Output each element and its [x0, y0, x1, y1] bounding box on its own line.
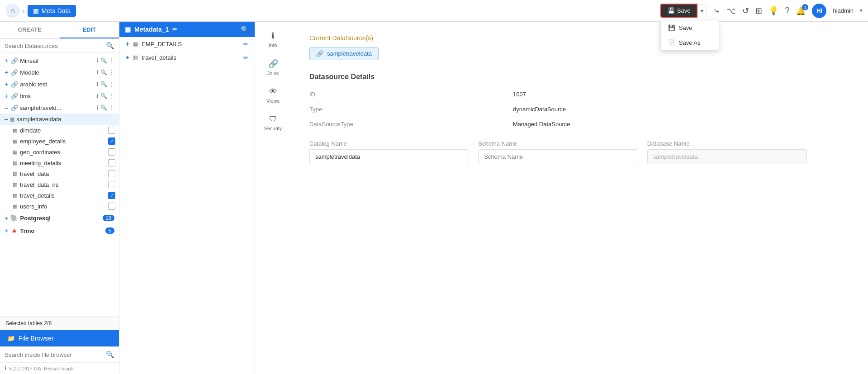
add-icon[interactable]: –	[5, 104, 8, 111]
sidebar-item-joins[interactable]: 🔗 Joins	[255, 54, 291, 80]
postgresql-count: 13	[103, 215, 114, 221]
history-icon[interactable]: ↺	[742, 6, 749, 16]
edit-icon[interactable]: ✏	[172, 26, 178, 33]
save-menu-item[interactable]: 💾 Save	[661, 20, 719, 35]
checkbox[interactable]	[108, 181, 115, 188]
more-icon[interactable]: ⋮	[109, 69, 114, 76]
search-small-icon[interactable]: 🔍	[100, 69, 107, 76]
add-icon[interactable]: +	[126, 54, 129, 61]
link-icon: 🔗	[11, 81, 18, 88]
table-row[interactable]: ▦ travel_data	[9, 168, 119, 179]
info-icon[interactable]: ℹ	[96, 69, 99, 76]
mid-panel: ▦ Metadata_1 ✏ 🔍 + ▦ EMP_DETAILS ✏ + ▦ t…	[119, 22, 255, 374]
table-icon: ▦	[13, 149, 17, 155]
trino-item[interactable]: + 🔺 Trino 5	[0, 224, 119, 237]
list-item[interactable]: + 🔗 Minsaif ℹ 🔍 ⋮	[0, 55, 119, 66]
datasource-search-input[interactable]	[5, 43, 103, 49]
table-row[interactable]: ▦ geo_cordinates	[9, 147, 119, 157]
checkbox[interactable]	[108, 127, 115, 134]
list-item[interactable]: + 🔗 Moodle ℹ 🔍 ⋮	[0, 66, 119, 78]
save-as-menu-item[interactable]: 📄 Save As	[661, 35, 719, 50]
sidebar-item-security[interactable]: 🛡 Security	[255, 110, 291, 136]
add-icon[interactable]: +	[5, 92, 8, 99]
search-icon[interactable]: 🔍	[241, 25, 249, 33]
checkbox[interactable]	[108, 148, 115, 156]
lightbulb-icon[interactable]: 💡	[768, 6, 778, 16]
list-item[interactable]: – 🔗 sampletraveld... ℹ 🔍 ⋮	[0, 102, 119, 114]
checkbox[interactable]	[108, 170, 115, 177]
add-icon[interactable]: +	[5, 215, 8, 222]
table-row[interactable]: ▦ travel_details ✓	[9, 190, 119, 201]
info-icon[interactable]: ℹ	[96, 93, 99, 99]
table-row[interactable]: ▦ employee_details ✓	[9, 136, 119, 147]
table-row[interactable]: ▦ travel_data_ns	[9, 179, 119, 190]
table-row[interactable]: + ▦ travel_details ✏	[119, 51, 255, 64]
bell-icon[interactable]: 🔔 1	[796, 6, 806, 16]
edit-icon[interactable]: ✏	[243, 54, 248, 61]
table-row[interactable]: ▦ users_info	[9, 201, 119, 212]
ds-item-actions: ℹ 🔍 ⋮	[96, 104, 114, 111]
database-name-input[interactable]	[647, 149, 807, 164]
list-item[interactable]: + 🔗 tims ℹ 🔍 ⋮	[0, 90, 119, 102]
search-icon[interactable]: 🔍	[106, 350, 114, 359]
checkbox[interactable]	[108, 159, 115, 166]
tab-bar: CREATE EDIT	[0, 22, 119, 39]
tab-create[interactable]: CREATE	[0, 22, 60, 38]
add-icon[interactable]: +	[5, 69, 8, 76]
home-icon[interactable]: ⌂	[5, 4, 20, 18]
table-row[interactable]: ▦ dimdate	[9, 125, 119, 136]
help-icon[interactable]: ?	[785, 6, 789, 15]
postgresql-item[interactable]: + 🐘 Postgresql 13	[0, 212, 119, 224]
ds-item-actions: ℹ 🔍 ⋮	[96, 69, 114, 76]
username-label[interactable]: hiadmin	[833, 7, 854, 14]
more-icon[interactable]: ⋮	[109, 104, 114, 111]
postgresql-icon: 🐘	[10, 214, 19, 222]
sidebar-item-info[interactable]: ℹ Info	[255, 26, 291, 52]
tab-edit[interactable]: EDIT	[60, 22, 119, 38]
add-icon[interactable]: +	[5, 227, 8, 234]
joins-icon: 🔗	[268, 59, 278, 69]
search-small-icon[interactable]: 🔍	[100, 57, 107, 64]
add-icon[interactable]: +	[126, 40, 129, 47]
checkbox[interactable]: ✓	[108, 192, 115, 199]
schema-name-input[interactable]	[478, 149, 638, 164]
file-browser-search-input[interactable]	[5, 351, 103, 358]
file-browser-button[interactable]: 📁 File Browser	[0, 330, 119, 346]
add-icon[interactable]: +	[5, 57, 8, 64]
info-icon[interactable]: ℹ	[96, 57, 99, 64]
checkbox[interactable]: ✓	[108, 137, 115, 145]
database-name-group: Database Name	[647, 140, 807, 164]
more-icon[interactable]: ⋮	[109, 57, 114, 64]
breadcrumb-metadata[interactable]: ▦ Meta Data	[28, 5, 76, 17]
edit-icon[interactable]: ✏	[243, 41, 248, 47]
table-row[interactable]: ▦ meeting_details	[9, 157, 119, 168]
table-icon: ▦	[133, 54, 138, 61]
more-icon[interactable]: ⋮	[109, 93, 114, 99]
minus-icon: –	[5, 116, 8, 123]
save-dropdown-arrow-btn[interactable]: ▾	[697, 5, 707, 17]
layout-icon[interactable]: ⊞	[755, 6, 762, 16]
checkbox[interactable]	[108, 203, 115, 210]
catalog-name-input[interactable]	[309, 149, 469, 164]
sidebar-item-views[interactable]: 👁 Views	[255, 82, 291, 108]
add-icon[interactable]: +	[5, 80, 8, 88]
expanded-ds-item[interactable]: – ▦ sampletraveldata	[0, 114, 119, 125]
list-item[interactable]: + 🔗 arabic test ℹ 🔍 ⋮	[0, 78, 119, 90]
search-small-icon[interactable]: 🔍	[100, 81, 107, 87]
datasource-tag: 🔗 sampletraveldata	[309, 47, 379, 60]
search-small-icon[interactable]: 🔍	[100, 93, 107, 99]
avatar[interactable]: HI	[812, 4, 826, 18]
info-icon[interactable]: ℹ	[96, 81, 99, 87]
search-small-icon[interactable]: 🔍	[100, 104, 107, 111]
table-row[interactable]: + ▦ EMP_DETAILS ✏	[119, 37, 255, 51]
user-dropdown-arrow[interactable]: ▾	[860, 8, 863, 14]
github-icon[interactable]: ⌥	[726, 6, 736, 16]
info-icon[interactable]: ℹ	[96, 104, 99, 111]
more-icon[interactable]: ⋮	[109, 81, 114, 87]
save-button[interactable]: 💾 Save	[660, 4, 698, 18]
table-list: ▦ dimdate ▦ employee_details ✓ ▦ geo_cor…	[0, 125, 119, 212]
search-icon[interactable]: 🔍	[106, 42, 114, 50]
ds-item-actions: ℹ 🔍 ⋮	[96, 93, 114, 99]
share-icon[interactable]: ⤷	[713, 6, 720, 16]
table-icon: ▦	[133, 41, 138, 47]
